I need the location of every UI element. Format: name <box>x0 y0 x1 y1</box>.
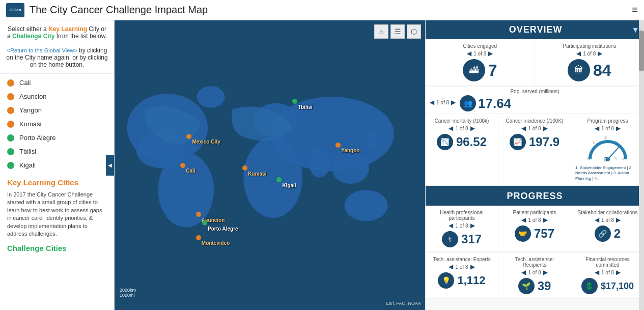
map-city-dot[interactable] <box>186 134 191 139</box>
participating-inst-nav-text: 1 of 8 <box>583 51 596 57</box>
pp2-prev[interactable]: ◀ <box>521 216 526 223</box>
pp-prev[interactable]: ◀ <box>595 125 599 132</box>
fr-next[interactable]: ▶ <box>616 269 621 276</box>
progress-row1: Health professional participants ◀ 1 of … <box>426 206 644 252</box>
fr-prev[interactable]: ◀ <box>595 269 599 276</box>
sidebar-city-item[interactable]: Kumasi <box>0 117 114 131</box>
map-city-dot[interactable] <box>196 235 201 240</box>
tech-experts-label: Tech. assistance: Experts <box>433 257 490 262</box>
svg-point-8 <box>332 153 369 184</box>
map-area[interactable]: ⌂ ☰ ⬡ Mexico CityCaliAsuncionPorto Alegr… <box>115 20 425 310</box>
sidebar-city-item[interactable]: Tbilisi <box>0 145 114 158</box>
map-home-button[interactable]: ⌂ <box>374 24 388 39</box>
cancer-incidence-label: Cancer incidence (/100K) <box>506 118 564 124</box>
pop-prev[interactable]: ◀ <box>430 99 434 106</box>
hp-prev[interactable]: ◀ <box>449 222 453 229</box>
stakeholder-collab-main: 🔗 2 <box>595 226 621 242</box>
map-city-dot[interactable] <box>242 165 247 171</box>
svg-point-11 <box>309 147 330 178</box>
hp-icon: ⚕ <box>442 231 458 247</box>
cities-engaged-cell: Cities engaged ◀ 1 of 8 ▶ 🏙 7 <box>426 39 535 86</box>
sidebar-city-item[interactable]: Asuncion <box>0 90 114 103</box>
pop-served-label: Pop. served (millions) <box>430 89 640 94</box>
map-layers-button[interactable]: ⬡ <box>407 24 421 39</box>
ci-next[interactable]: ▶ <box>543 125 548 132</box>
pp2-next[interactable]: ▶ <box>543 216 548 223</box>
pp-next[interactable]: ▶ <box>616 125 621 132</box>
map-list-button[interactable]: ☰ <box>390 24 405 39</box>
participating-inst-label: Participating institutions <box>563 43 616 49</box>
te-next[interactable]: ▶ <box>470 263 475 270</box>
city-item-label: Porto Alegre <box>19 134 56 142</box>
map-attribution: Esri, FAO, NOAA <box>386 301 421 306</box>
sidebar-city-item[interactable]: Porto Alegre <box>0 131 114 145</box>
financial-main: 💲 $17,100 <box>581 278 634 294</box>
svg-text:5: 5 <box>604 157 607 162</box>
city-dot-icon <box>7 121 14 128</box>
return-link[interactable]: <Return to the Global View> <box>7 47 77 53</box>
cities-engaged-next[interactable]: ▶ <box>488 50 493 57</box>
cities-engaged-nav: ◀ 1 of 8 ▶ <box>467 50 493 57</box>
map-city-dot[interactable] <box>335 143 341 148</box>
main-container: Select either a Key Learning City or a C… <box>0 20 644 310</box>
participating-inst-next[interactable]: ▶ <box>598 50 602 57</box>
te-prev[interactable]: ◀ <box>449 263 453 270</box>
ci-nav-text: 1 of 8 <box>528 126 541 131</box>
cm-prev[interactable]: ◀ <box>449 125 453 132</box>
participating-inst-value: 84 <box>593 61 611 80</box>
map-city-dot[interactable] <box>292 99 297 104</box>
city-dot-icon <box>7 107 14 114</box>
cancer-incidence-main: 📈 197.9 <box>510 134 559 150</box>
scrollbar-thumb[interactable] <box>639 31 644 71</box>
tr-nav-text: 1 of 8 <box>528 270 541 275</box>
tr-prev[interactable]: ◀ <box>521 269 526 276</box>
sidebar-city-item[interactable]: Kigali <box>0 158 114 172</box>
te-value: 1,112 <box>457 274 485 287</box>
progress-title: PROGRESS <box>507 191 563 202</box>
overview-row1: Cities engaged ◀ 1 of 8 ▶ 🏙 7 Participat… <box>426 39 644 87</box>
sidebar-collapse-button[interactable]: ◀ <box>106 155 114 176</box>
ci-prev[interactable]: ◀ <box>521 125 526 132</box>
city-dot-icon <box>7 93 14 100</box>
cities-engaged-prev[interactable]: ◀ <box>467 50 471 57</box>
pop-served-main: ◀ 1 of 8 ▶ 👥 17.64 <box>430 95 640 111</box>
map-city-dot[interactable] <box>196 212 201 217</box>
svg-text:5: 5 <box>614 156 617 161</box>
participating-inst-prev[interactable]: ◀ <box>576 50 581 57</box>
cancer-mortality-icon: 📉 <box>437 134 453 150</box>
pp-nav: ◀ 1 of 8 ▶ <box>521 216 547 223</box>
pp-nav-text: 1 of 8 <box>601 126 614 131</box>
svg-text:4: 4 <box>622 156 624 161</box>
hp-next[interactable]: ▶ <box>470 222 475 229</box>
pop-next[interactable]: ▶ <box>451 99 456 106</box>
tr-next[interactable]: ▶ <box>543 269 548 276</box>
tr-icon: 🌱 <box>518 278 535 294</box>
sidebar-city-item[interactable]: Cali <box>0 76 114 90</box>
sidebar-info-from: from the list below. <box>54 33 107 40</box>
participating-inst-nav: ◀ 1 of 8 ▶ <box>576 50 602 57</box>
map-city-dot[interactable] <box>180 163 185 168</box>
sc-next[interactable]: ▶ <box>616 216 621 223</box>
svg-text:2: 2 <box>604 135 607 140</box>
sc-prev[interactable]: ◀ <box>595 216 599 223</box>
pop-served-row: Pop. served (millions) ◀ 1 of 8 ▶ 👥 17.6… <box>426 87 644 114</box>
cm-next[interactable]: ▶ <box>470 125 475 132</box>
tech-experts-cell: Tech. assistance: Experts ◀ 1 of 8 ▶ 💡 1… <box>426 252 498 299</box>
pp-icon: 🤝 <box>515 226 531 242</box>
map-city-dot[interactable] <box>276 177 282 182</box>
sidebar-info: Select either a Key Learning City or a C… <box>0 20 114 74</box>
tech-recipients-main: 🌱 39 <box>518 278 551 294</box>
financial-cell: Financial resources committed ◀ 1 of 8 ▶… <box>571 252 644 299</box>
program-progress-cell: Program progress ◀ 1 of 8 ▶ 0 1 2 3 4 <box>571 114 644 186</box>
city-item-label: Kumasi <box>19 120 41 128</box>
map-city-dot[interactable] <box>202 220 207 226</box>
world-map-svg <box>115 20 425 310</box>
sidebar-city-item[interactable]: Yangon <box>0 103 114 117</box>
city-dot-icon <box>7 148 14 155</box>
pop-served-nav: ◀ 1 of 8 ▶ <box>430 99 456 106</box>
menu-button[interactable]: ≡ <box>632 4 638 16</box>
scrollbar-track[interactable] <box>639 20 644 310</box>
city-item-label: Tbilisi <box>19 148 36 155</box>
patient-participants-main: 🤝 757 <box>515 226 554 242</box>
health-professionals-main: ⚕ 317 <box>442 231 482 247</box>
